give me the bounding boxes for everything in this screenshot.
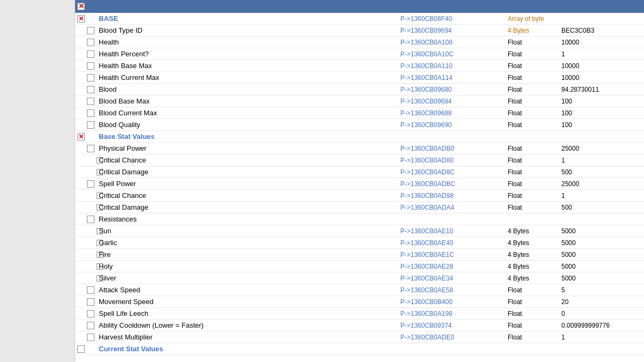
- table-row: Blood Type IDP->1360CB096944 BytesBEC3C0…: [75, 25, 644, 36]
- row-name: Movement Speed: [99, 298, 153, 306]
- value-cell: 100: [561, 98, 642, 105]
- table-row: Health Base MaxP->1360CB0A110Float10000: [75, 60, 644, 72]
- value-cell: BEC3C0B3: [561, 27, 642, 34]
- row-name: Critical Chance: [99, 191, 146, 200]
- value-cell: 5000: [561, 227, 642, 235]
- table-row: ✕BASEP->1360CB08F40Array of byte: [75, 13, 644, 25]
- table-row: SunP->1360CB0AE104 Bytes5000: [75, 225, 644, 237]
- value-cell: 94.28730011: [561, 86, 642, 93]
- row-checkbox[interactable]: [87, 62, 94, 70]
- row-name: Health Current Max: [99, 73, 159, 82]
- checkbox-cell: [77, 345, 99, 353]
- type-cell: Float: [508, 298, 561, 306]
- table-row: Attack SpeedP->1360CB0AE58Float5: [75, 284, 644, 296]
- table-row: HolyP->1360CB0AE284 Bytes5000: [75, 261, 644, 272]
- header-checkbox[interactable]: ✕: [77, 3, 85, 10]
- checkbox-cell: [77, 62, 99, 70]
- row-name: Base Stat Values: [99, 132, 155, 141]
- address-cell: P->1360CB0AE1C: [400, 251, 508, 258]
- address-cell: P->1360CB0AE10: [400, 227, 508, 235]
- value-cell: 1: [561, 50, 642, 58]
- row-checkbox[interactable]: [87, 180, 94, 188]
- checkbox-cell: [77, 27, 99, 34]
- address-cell: P->1360CB08F40: [400, 15, 508, 23]
- address-cell: P->1360CB09694: [400, 27, 508, 34]
- type-cell: Float: [508, 109, 561, 117]
- row-checkbox[interactable]: [87, 109, 94, 117]
- type-cell: 4 Bytes: [508, 275, 561, 282]
- row-checkbox[interactable]: [87, 121, 94, 129]
- name-cell: Blood: [99, 85, 400, 93]
- name-cell: Spell Power: [99, 180, 400, 188]
- row-checkbox[interactable]: [87, 334, 94, 341]
- left-panel: [0, 0, 75, 362]
- value-cell: 100: [561, 121, 642, 129]
- name-cell: Physical Power: [99, 144, 400, 152]
- table-row: HealthP->1360CB0A108Float10000: [75, 36, 644, 48]
- type-cell: Float: [508, 62, 561, 70]
- value-cell: 20: [561, 298, 642, 306]
- value-cell: 100: [561, 109, 642, 117]
- type-cell: Float: [508, 121, 561, 129]
- row-checkbox[interactable]: [87, 322, 94, 329]
- name-cell: Attack Speed: [99, 286, 400, 294]
- address-cell: P->1360CB0ADB0: [400, 145, 508, 152]
- checkbox-cell: [77, 169, 99, 175]
- table-row: Health Percent?P->1360CB0A10CFloat1: [75, 48, 644, 60]
- type-cell: Float: [508, 180, 561, 188]
- row-checkbox[interactable]: [87, 74, 94, 82]
- checkbox-cell: [77, 157, 99, 164]
- row-checkbox[interactable]: [77, 345, 85, 353]
- row-checkbox[interactable]: [87, 216, 94, 223]
- name-cell: Resistances: [99, 215, 400, 223]
- address-cell: P->1360CB0A114: [400, 74, 508, 82]
- checkbox-cell: [77, 240, 99, 246]
- type-cell: Float: [508, 204, 561, 211]
- row-name: Silver: [99, 274, 116, 282]
- main-panel[interactable]: ✕ ✕BASEP->1360CB08F40Array of byteBlood …: [75, 0, 644, 362]
- table-row: Critical DamageP->1360CB0ADA4Float500: [75, 202, 644, 213]
- row-name: BASE: [99, 14, 118, 23]
- table-row: Spell PowerP->1360CB0ADBCFloat25000: [75, 178, 644, 190]
- table-header: ✕: [75, 0, 644, 13]
- name-cell: Blood Type ID: [99, 26, 400, 34]
- row-checkbox[interactable]: [87, 298, 94, 306]
- row-name: Blood: [99, 85, 116, 93]
- row-checkbox[interactable]: [87, 98, 94, 105]
- value-cell: 0.009999999776: [561, 322, 642, 329]
- table-row: Blood Current MaxP->1360CB09688Float100: [75, 107, 644, 119]
- row-checkbox[interactable]: [87, 27, 94, 34]
- name-cell: Fire: [99, 250, 400, 258]
- row-name: Spell Life Leech: [99, 309, 149, 317]
- row-checkbox[interactable]: [87, 310, 94, 317]
- row-name: Critical Damage: [99, 168, 148, 176]
- address-cell: P->1360CB09680: [400, 86, 508, 93]
- row-name: Health: [99, 38, 119, 46]
- value-cell: 25000: [561, 145, 642, 152]
- row-checkbox[interactable]: ✕: [77, 133, 85, 141]
- row-name: Physical Power: [99, 144, 147, 152]
- row-checkbox[interactable]: [87, 50, 94, 58]
- name-cell: Blood Base Max: [99, 97, 400, 105]
- row-name: Health Percent?: [99, 50, 149, 58]
- content-area: ✕ ✕BASEP->1360CB08F40Array of byteBlood …: [0, 0, 644, 362]
- table-row: Blood QualityP->1360CB09690Float100: [75, 119, 644, 131]
- row-checkbox[interactable]: [87, 39, 94, 46]
- checkbox-cell: [77, 145, 99, 152]
- address-cell: P->1360CB0A10C: [400, 50, 508, 58]
- checkbox-cell: [77, 275, 99, 282]
- table-row: Health Current MaxP->1360CB0A114Float100…: [75, 72, 644, 84]
- row-checkbox[interactable]: ✕: [77, 15, 85, 23]
- type-cell: Float: [508, 286, 561, 294]
- table-row: Critical DamageP->1360CB0AD8CFloat500: [75, 166, 644, 178]
- checkbox-cell: [77, 180, 99, 188]
- row-checkbox[interactable]: [87, 145, 94, 152]
- address-cell: P->1360CB09690: [400, 121, 508, 129]
- row-checkbox[interactable]: [87, 286, 94, 294]
- row-checkbox[interactable]: [87, 86, 94, 93]
- checkbox-cell: [77, 298, 99, 306]
- value-cell: 500: [561, 168, 642, 176]
- name-cell: BASE: [99, 14, 400, 23]
- address-cell: P->1360CB0AE34: [400, 275, 508, 282]
- address-cell: P->1360CB0AE40: [400, 239, 508, 247]
